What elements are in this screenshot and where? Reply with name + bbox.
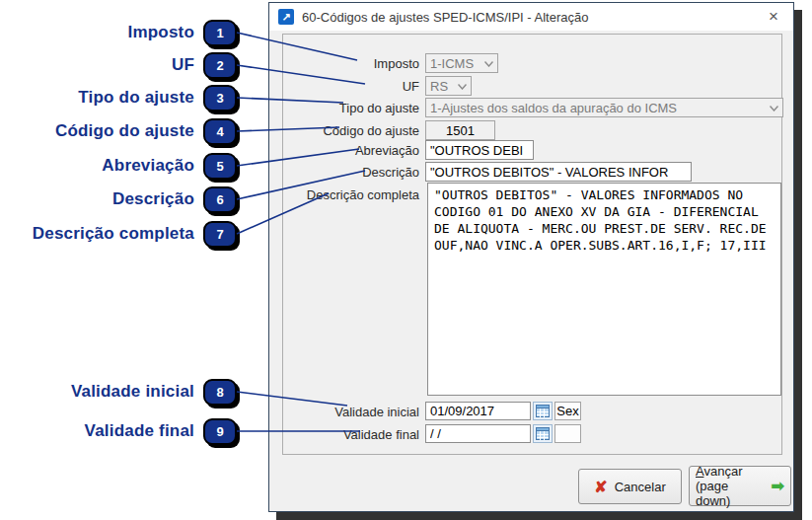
chevron-down-icon bbox=[770, 106, 778, 111]
chevron-down-icon bbox=[484, 61, 493, 67]
annotation-row: Abreviação 5 bbox=[0, 151, 237, 181]
annotation-label: Validade final bbox=[85, 421, 194, 441]
chevron-down-icon bbox=[458, 84, 467, 90]
calendar-icon bbox=[536, 427, 550, 440]
validade-final-input[interactable] bbox=[425, 424, 531, 443]
annotation-row: Validade inicial 8 bbox=[0, 377, 237, 407]
uf-label: UF bbox=[269, 77, 419, 96]
validade-inicial-input[interactable] bbox=[425, 402, 531, 420]
descricao-completa-textarea[interactable]: "OUTROS DEBITOS" - VALORES INFORMADOS NO… bbox=[427, 183, 781, 396]
annotation-label: Validade inicial bbox=[71, 382, 194, 402]
annotation-label: UF bbox=[172, 55, 194, 75]
annotation-badge: 3 bbox=[203, 85, 237, 111]
dialog-title: 60-Códigos de ajustes SPED-ICMS/IPI - Al… bbox=[302, 10, 588, 25]
annotation-row: Imposto 1 bbox=[0, 18, 237, 47]
annotation-label: Descrição completa bbox=[33, 224, 194, 244]
validade-inicial-weekday-box: Sex bbox=[554, 402, 581, 420]
tipo-ajuste-select[interactable]: 1-Ajustes dos saldos da apuração do ICMS bbox=[425, 98, 783, 117]
validade-final-label: Validade final bbox=[269, 425, 419, 444]
annotation-badge: 1 bbox=[203, 20, 237, 46]
dialog-window: ↗ 60-Códigos de ajustes SPED-ICMS/IPI - … bbox=[268, 2, 794, 512]
uf-value: RS bbox=[430, 79, 448, 94]
dialog-titlebar: ↗ 60-Códigos de ajustes SPED-ICMS/IPI - … bbox=[269, 3, 793, 31]
annotation-label: Código do ajuste bbox=[55, 121, 194, 141]
annotation-row: Validade final 9 bbox=[0, 416, 237, 446]
annotation-row: UF 2 bbox=[0, 50, 237, 80]
validade-final-calendar-button[interactable] bbox=[533, 424, 553, 443]
close-icon[interactable]: × bbox=[763, 6, 784, 28]
annotation-badge: 7 bbox=[203, 221, 237, 248]
imposto-label: Imposto bbox=[269, 54, 419, 73]
abreviacao-input[interactable] bbox=[425, 140, 534, 160]
codigo-ajuste-label: Código do ajuste bbox=[269, 121, 419, 140]
validade-inicial-calendar-button[interactable] bbox=[533, 402, 553, 420]
forward-button-label: Avançar(page down) bbox=[696, 464, 765, 508]
annotation-label: Imposto bbox=[127, 23, 194, 42]
forward-button[interactable]: Avançar(page down) ➡ bbox=[689, 466, 791, 506]
annotation-badge: 6 bbox=[203, 186, 237, 213]
descricao-input[interactable] bbox=[425, 162, 692, 182]
cancel-x-icon: ✘ bbox=[594, 478, 607, 496]
annotation-label: Descrição bbox=[112, 189, 194, 209]
cancel-button-label: Cancelar bbox=[615, 480, 666, 494]
tipo-ajuste-value: 1-Ajustes dos saldos da apuração do ICMS bbox=[430, 101, 677, 115]
app-icon: ↗ bbox=[278, 9, 294, 25]
annotation-row: Código do ajuste 4 bbox=[0, 116, 237, 146]
annotation-badge: 5 bbox=[203, 153, 237, 180]
annotation-badge: 9 bbox=[203, 418, 237, 445]
uf-select[interactable]: RS bbox=[425, 76, 472, 96]
page: Imposto 1 UF 2 Tipo do ajuste 3 Código d… bbox=[0, 0, 812, 520]
annotation-row: Descrição 6 bbox=[0, 185, 237, 214]
validade-final-weekday-box bbox=[554, 424, 581, 443]
calendar-icon bbox=[536, 405, 550, 417]
annotation-row: Descrição completa 7 bbox=[0, 219, 237, 249]
imposto-select[interactable]: 1-ICMS bbox=[425, 53, 498, 73]
imposto-value: 1-ICMS bbox=[430, 56, 474, 71]
codigo-ajuste-input[interactable] bbox=[425, 120, 495, 140]
annotation-badge: 2 bbox=[203, 52, 237, 79]
abreviacao-label: Abreviação bbox=[269, 141, 419, 160]
annotation-label: Tipo do ajuste bbox=[78, 88, 194, 108]
cancel-button[interactable]: ✘ Cancelar bbox=[578, 469, 682, 504]
annotation-label: Abreviação bbox=[102, 156, 194, 176]
forward-arrow-icon: ➡ bbox=[772, 477, 784, 495]
descricao-completa-label: Descrição completa bbox=[269, 186, 419, 204]
descricao-label: Descrição bbox=[269, 163, 419, 182]
annotation-badge: 4 bbox=[203, 118, 237, 145]
annotation-badge: 8 bbox=[203, 379, 237, 406]
tipo-ajuste-label: Tipo do ajuste bbox=[269, 99, 419, 117]
annotation-row: Tipo do ajuste 3 bbox=[0, 83, 237, 112]
validade-inicial-label: Validade inicial bbox=[269, 403, 419, 421]
